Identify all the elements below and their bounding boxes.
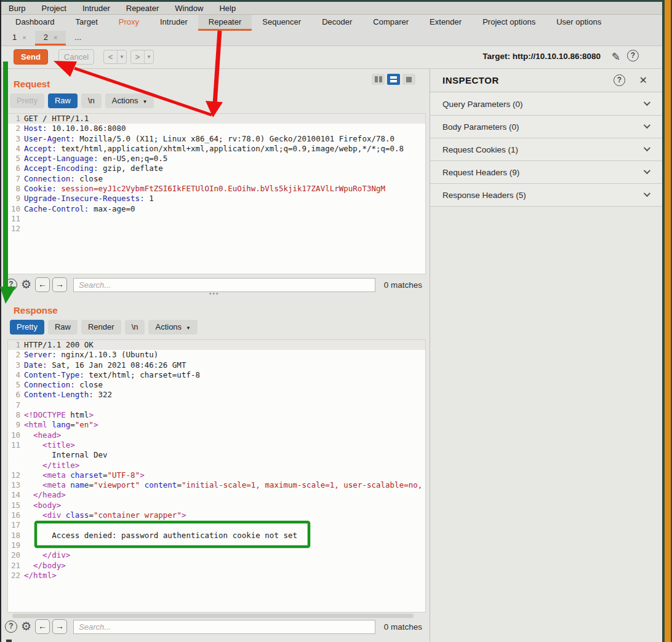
tab-decoder[interactable]: Decoder: [311, 15, 362, 31]
clipped-button-top: [6, 640, 12, 642]
request-tab-nln[interactable]: \n: [81, 93, 102, 108]
code-line: Internal Dev: [8, 450, 425, 460]
panel-splitter-handle[interactable]: •••: [209, 290, 220, 297]
inspector-section-request-headers[interactable]: Request Headers (9): [430, 161, 662, 184]
code-text: Accept: text/html,application/xhtml+xml,…: [24, 144, 404, 154]
inspector-header: INSPECTOR ? ✕: [430, 69, 662, 92]
repeater-tab-label: 1: [12, 31, 17, 44]
code-text: <title>: [24, 440, 75, 450]
tab-intruder[interactable]: Intruder: [150, 15, 198, 31]
code-line: 10 <head>: [8, 430, 425, 440]
line-number: 5: [8, 380, 24, 390]
cancel-button[interactable]: Cancel: [58, 49, 94, 65]
search-help-icon[interactable]: ?: [5, 279, 17, 291]
response-tab-raw[interactable]: Raw: [48, 320, 78, 335]
next-match-button[interactable]: →: [52, 619, 67, 634]
prev-response-button[interactable]: < ▼: [103, 50, 127, 64]
tab-proxy[interactable]: Proxy: [108, 15, 150, 31]
chevron-down-icon[interactable]: ▼: [144, 50, 153, 63]
search-settings-icon[interactable]: ⚙: [21, 279, 31, 291]
rows-layout-icon[interactable]: [387, 74, 400, 85]
search-help-icon[interactable]: ?: [5, 620, 17, 633]
tab-repeater[interactable]: Repeater: [198, 15, 252, 31]
menu-help[interactable]: Help: [211, 4, 244, 13]
request-match-count: 0 matches: [378, 280, 426, 290]
inspector-section-label: Response Headers (5): [442, 191, 526, 200]
request-search-input[interactable]: [73, 278, 375, 292]
code-text: </html>: [24, 571, 57, 581]
response-search-input[interactable]: [73, 620, 375, 634]
inspector-close-icon[interactable]: ✕: [639, 74, 647, 86]
next-response-button[interactable]: > ▼: [130, 50, 154, 64]
menu-repeater[interactable]: Repeater: [118, 4, 167, 13]
inspector-section-body-parameters[interactable]: Body Parameters (0): [430, 116, 662, 138]
repeater-tab-label: 2: [44, 31, 48, 44]
help-icon[interactable]: ?: [627, 50, 639, 61]
line-number: 15: [8, 501, 24, 510]
response-tab-pretty[interactable]: Pretty: [10, 320, 44, 335]
code-line: 7Connection: close: [8, 174, 425, 184]
code-text: Cache-Control: max-age=0: [24, 204, 135, 214]
columns-layout-icon[interactable]: [372, 74, 385, 85]
response-tab-actions[interactable]: Actions▼: [148, 320, 198, 335]
response-editor[interactable]: 1HTTP/1.1 200 OK2Server: nginx/1.10.3 (U…: [7, 339, 426, 612]
menu-window[interactable]: Window: [167, 4, 211, 13]
chevron-down-icon[interactable]: [644, 145, 650, 151]
line-number: 14: [8, 490, 24, 500]
search-settings-icon[interactable]: ⚙: [21, 620, 31, 633]
edit-target-icon[interactable]: ✎: [612, 50, 620, 63]
menu-intruder[interactable]: Intruder: [74, 4, 118, 13]
line-number: 22: [8, 571, 24, 581]
menu-project[interactable]: Project: [33, 4, 74, 13]
response-panel-title: Response: [14, 305, 58, 315]
response-tab-render[interactable]: Render: [81, 320, 121, 335]
tab-extender[interactable]: Extender: [419, 15, 472, 31]
line-number: 8: [8, 184, 24, 194]
close-tab-icon[interactable]: ×: [54, 31, 57, 44]
code-line: 9<html lang="en">: [8, 420, 425, 430]
single-layout-icon[interactable]: [402, 74, 415, 85]
tab-target[interactable]: Target: [65, 15, 108, 31]
code-text: Content-Length: 322: [24, 390, 112, 400]
inspector-section-query-parameters[interactable]: Query Parameters (0): [430, 93, 662, 116]
inspector-section-request-cookies[interactable]: Request Cookies (1): [430, 138, 662, 161]
line-number: 16: [8, 510, 24, 520]
repeater-tab-1[interactable]: 1×: [4, 31, 35, 46]
prev-match-button[interactable]: ←: [35, 277, 50, 292]
send-button[interactable]: Send: [14, 49, 48, 65]
tab-dashboard[interactable]: Dashboard: [5, 15, 65, 31]
code-line: 18 Access denied: password authenticatio…: [8, 531, 425, 541]
inspector-help-icon[interactable]: ?: [614, 74, 625, 86]
request-tab-pretty[interactable]: Pretty: [10, 93, 44, 108]
tab-sequencer[interactable]: Sequencer: [252, 15, 311, 31]
request-tab-actions[interactable]: Actions▼: [105, 93, 154, 108]
repeater-tab-2[interactable]: 2×: [35, 31, 66, 46]
inspector-section-response-headers[interactable]: Response Headers (5): [430, 184, 662, 207]
code-text: <meta name="viewport" content="initial-s…: [24, 480, 422, 490]
tab-comparer[interactable]: Comparer: [362, 15, 419, 31]
response-search-bar: ? ⚙ ← → 0 matches: [5, 619, 426, 635]
next-match-button[interactable]: →: [52, 277, 67, 292]
chevron-down-icon[interactable]: [644, 167, 650, 174]
code-line: 1GET / HTTP/1.1: [8, 114, 425, 124]
request-tab-raw[interactable]: Raw: [48, 93, 78, 108]
chevron-down-icon[interactable]: [644, 99, 650, 106]
line-number: 18: [8, 531, 24, 541]
request-panel-title: Request: [14, 79, 50, 89]
horizontal-scrollbar[interactable]: [12, 614, 414, 618]
chevron-down-icon[interactable]: ▼: [117, 50, 126, 63]
code-text: Connection: close: [24, 174, 103, 184]
target-url: Target: http://10.10.10.86:8080: [482, 52, 601, 61]
repeater-tab-...[interactable]: ...: [66, 31, 90, 46]
code-text: Access denied: password authentication c…: [24, 531, 297, 541]
code-text: Accept-Language: en-US,en;q=0.5: [24, 154, 167, 164]
tab-user-options[interactable]: User options: [546, 15, 612, 31]
close-tab-icon[interactable]: ×: [22, 31, 26, 44]
response-tab-nln[interactable]: \n: [125, 320, 145, 335]
request-editor[interactable]: 1GET / HTTP/1.12Host: 10.10.10.86:80803U…: [7, 113, 426, 274]
chevron-down-icon[interactable]: [644, 122, 650, 129]
tab-project-options[interactable]: Project options: [472, 15, 546, 31]
menu-burp[interactable]: Burp: [9, 4, 33, 13]
chevron-down-icon[interactable]: [644, 190, 650, 197]
prev-match-button[interactable]: ←: [35, 619, 50, 634]
